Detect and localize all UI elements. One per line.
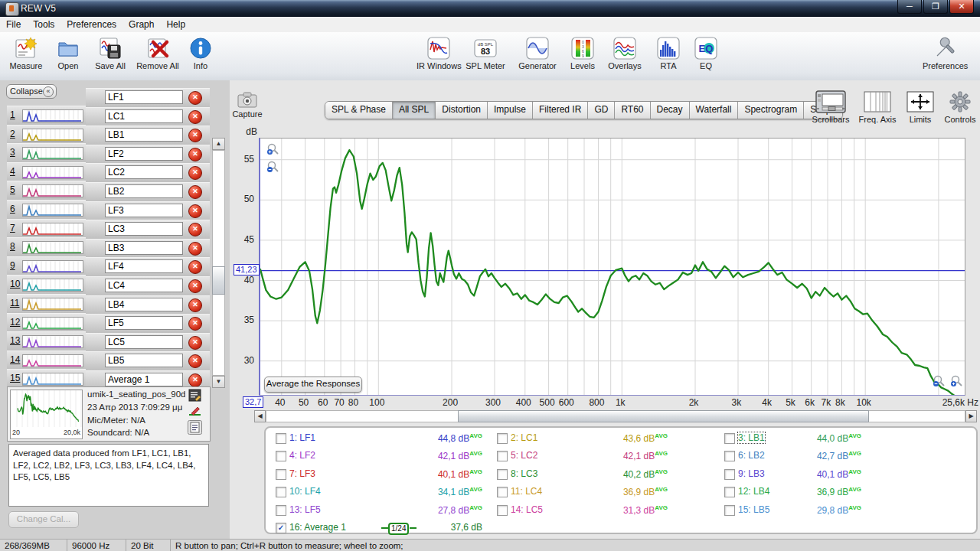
plot-scroll-left-button[interactable]: ◀ — [254, 410, 266, 422]
tab-filtered-ir[interactable]: Filtered IR — [533, 102, 588, 119]
capture-button[interactable]: Capture — [231, 92, 263, 119]
maximize-button[interactable]: ❐ — [923, 0, 948, 14]
trace-style-icon[interactable] — [188, 405, 201, 418]
legend-label-11[interactable]: 11: LC4 — [511, 486, 542, 497]
delete-measurement-button-7[interactable]: ✕ — [188, 204, 202, 218]
measurement-thumbnail-LF4[interactable] — [22, 279, 83, 292]
zoom-in-x-icon[interactable] — [950, 375, 963, 388]
change-cal-button[interactable]: Change Cal... — [8, 511, 79, 528]
tab-waterfall[interactable]: Waterfall — [690, 102, 739, 119]
legend-checkbox-12[interactable] — [724, 487, 735, 497]
menu-preferences[interactable]: Preferences — [60, 17, 122, 31]
edit-notes-icon[interactable] — [188, 389, 201, 402]
sidebar-scrollbar-track[interactable] — [212, 150, 225, 376]
legend-checkbox-1[interactable] — [276, 433, 286, 444]
measurement-thumbnail-LF2[interactable] — [22, 166, 83, 179]
measurement-name-input-4[interactable] — [105, 147, 183, 161]
legend-checkbox-3[interactable] — [724, 433, 735, 444]
legend-checkbox-7[interactable] — [276, 469, 286, 480]
close-button[interactable]: ✕ — [949, 0, 974, 14]
legend-checkbox-10[interactable] — [276, 487, 286, 497]
zoom-in-y-icon[interactable] — [266, 143, 279, 156]
tab-gd[interactable]: GD — [588, 102, 615, 119]
legend-label-14[interactable]: 14: LC5 — [511, 504, 543, 515]
measurement-thumbnail-LB3[interactable] — [22, 260, 83, 273]
measurement-thumbnail-LC5[interactable] — [22, 354, 83, 367]
menu-tools[interactable]: Tools — [27, 17, 60, 31]
delete-measurement-button-14[interactable]: ✕ — [188, 336, 202, 350]
menu-graph[interactable]: Graph — [122, 17, 160, 31]
measurement-name-input-7[interactable] — [105, 204, 183, 217]
tab-spl-phase[interactable]: SPL & Phase — [325, 102, 393, 119]
legend-checkbox-15[interactable] — [724, 505, 735, 516]
zoom-out-x-icon[interactable] — [933, 375, 946, 388]
measurement-name-input-8[interactable] — [105, 222, 183, 236]
plot-scrollbar-thumb[interactable] — [458, 410, 869, 422]
legend-checkbox-16[interactable]: ✓ — [276, 523, 286, 533]
measurement-thumbnail-LF3[interactable] — [22, 223, 83, 236]
legend-checkbox-13[interactable] — [276, 505, 286, 516]
collapse-sidebar-button[interactable]: Collapse « — [6, 84, 57, 99]
spl-meter-button[interactable]: dB SPL83 SPL Meter — [463, 34, 508, 79]
eq-button[interactable]: EQ EQ — [684, 34, 728, 79]
sidebar-scroll-up-button[interactable]: ▲ — [212, 138, 225, 150]
measurement-thumbnail-LB4[interactable] — [22, 317, 83, 330]
delete-measurement-button-4[interactable]: ✕ — [188, 148, 202, 161]
measurement-name-input-3[interactable] — [105, 128, 183, 142]
tab-decay[interactable]: Decay — [651, 102, 690, 119]
measurement-thumbnail-LB2[interactable] — [22, 204, 83, 217]
tab-spectrogram[interactable]: Spectrogram — [738, 102, 804, 119]
tab-impulse[interactable]: Impulse — [488, 102, 533, 119]
measurement-name-input-12[interactable] — [105, 298, 183, 311]
preferences-button[interactable]: Preferences — [923, 34, 967, 79]
legend-label-10[interactable]: 10: LF4 — [289, 486, 321, 497]
measurement-thumbnail-LB1[interactable] — [22, 147, 83, 160]
measurement-name-input-10[interactable] — [105, 259, 183, 273]
tab-rt60[interactable]: RT60 — [615, 102, 650, 119]
delete-measurement-button-11[interactable]: ✕ — [188, 279, 202, 293]
measurement-name-input-5[interactable] — [105, 165, 183, 179]
legend-checkbox-2[interactable] — [497, 433, 508, 444]
overlays-button[interactable]: Overlays — [603, 34, 647, 79]
delete-measurement-button-12[interactable]: ✕ — [188, 298, 202, 312]
levels-button[interactable]: 0369 Levels — [560, 34, 605, 79]
tab-all-spl[interactable]: All SPL — [393, 102, 436, 119]
measurement-thumbnail-LC3[interactable] — [22, 241, 83, 254]
average-responses-button[interactable]: Average the Responses — [264, 377, 362, 393]
tab-distortion[interactable]: Distortion — [436, 102, 488, 119]
legend-checkbox-5[interactable] — [497, 451, 508, 461]
ir-windows-button[interactable]: IR Windows — [416, 34, 461, 79]
generator-button[interactable]: Generator — [515, 34, 560, 79]
delete-measurement-button-16[interactable]: ✕ — [188, 373, 202, 387]
legend-label-7[interactable]: 7: LF3 — [289, 468, 315, 479]
legend-label-2[interactable]: 2: LC1 — [511, 432, 537, 443]
measurement-thumbnail-LF5[interactable] — [22, 335, 83, 348]
spl-plot[interactable] — [259, 138, 965, 396]
freq-axis-button[interactable]: Freq. Axis — [856, 90, 899, 124]
remove-all-button[interactable]: Remove All — [136, 34, 180, 79]
plot-scroll-right-button[interactable]: ▶ — [965, 410, 977, 422]
measurement-name-input-16[interactable] — [105, 373, 183, 386]
measurement-name-input-2[interactable] — [105, 109, 183, 123]
zoom-out-y-icon[interactable] — [266, 161, 279, 174]
sidebar-scroll-down-button[interactable]: ▼ — [212, 376, 225, 388]
legend-checkbox-8[interactable] — [497, 469, 508, 480]
measurement-thumbnail-LF1[interactable] — [22, 109, 83, 122]
measurement-name-input-13[interactable] — [105, 316, 183, 330]
title-bar[interactable]: REW V5 ─ ❐ ✕ — [0, 0, 980, 17]
limits-button[interactable]: Limits — [899, 90, 942, 124]
measurement-thumbnail-LC2[interactable] — [22, 184, 83, 197]
measurement-thumbnail-LC4[interactable] — [22, 298, 83, 311]
measurement-thumbnail-LB5[interactable] — [22, 373, 83, 386]
legend-label-5[interactable]: 5: LC2 — [511, 450, 537, 461]
legend-label-16[interactable]: 16: Average 1 — [289, 522, 346, 533]
measurement-name-input-9[interactable] — [105, 241, 183, 255]
measurement-actions-button[interactable] — [188, 420, 202, 435]
legend-label-4[interactable]: 4: LF2 — [289, 450, 315, 461]
measurement-thumbnail-LC1[interactable] — [22, 129, 83, 142]
measure-button[interactable]: Measure — [4, 34, 48, 79]
legend-checkbox-6[interactable] — [724, 451, 735, 461]
measurement-name-input-14[interactable] — [105, 335, 183, 349]
save-all-button[interactable]: Save All — [88, 34, 132, 79]
delete-measurement-button-6[interactable]: ✕ — [188, 185, 202, 199]
